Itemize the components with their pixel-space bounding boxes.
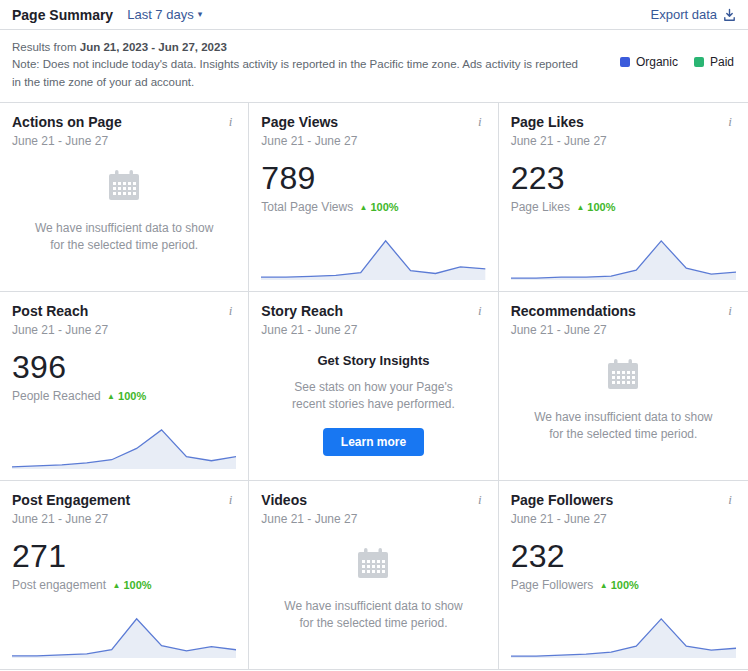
summary-grid: Actions on Page June 21 - June 27 We hav… bbox=[0, 102, 748, 670]
sparkline-chart bbox=[12, 424, 236, 469]
download-icon bbox=[723, 8, 736, 22]
metric-value: 232 bbox=[511, 538, 736, 575]
up-arrow-icon: ▲ bbox=[360, 203, 368, 212]
info-icon[interactable] bbox=[474, 303, 486, 318]
card-title: Post Engagement bbox=[12, 492, 130, 508]
card-header: Story Reach bbox=[261, 303, 485, 319]
card-date-range: June 21 - June 27 bbox=[12, 512, 236, 526]
metric-value: 223 bbox=[511, 160, 736, 197]
card-videos: Videos June 21 - June 27 We have insuffi… bbox=[249, 481, 498, 670]
organic-swatch bbox=[620, 57, 630, 67]
card-header: Actions on Page bbox=[12, 114, 236, 130]
metric-label-text: Page Followers bbox=[511, 578, 594, 592]
metric-label: Page Likes ▲ 100% bbox=[511, 200, 736, 214]
card-recommendations: Recommendations June 21 - June 27 We hav… bbox=[499, 292, 748, 481]
up-arrow-icon: ▲ bbox=[107, 392, 115, 401]
card-date-range: June 21 - June 27 bbox=[12, 323, 236, 337]
metric-delta: ▲ 100% bbox=[360, 201, 399, 213]
results-notebar: Results from Jun 21, 2023 - Jun 27, 2023… bbox=[0, 30, 748, 102]
empty-state-text: We have insufficient data to show for th… bbox=[30, 220, 218, 255]
export-data-link[interactable]: Export data bbox=[651, 7, 737, 22]
metric-value: 789 bbox=[261, 160, 485, 197]
metric-label: Page Followers ▲ 100% bbox=[511, 578, 736, 592]
card-title: Videos bbox=[261, 492, 307, 508]
sparkline-chart bbox=[12, 613, 236, 658]
delta-value: 100% bbox=[123, 579, 151, 591]
info-icon[interactable] bbox=[474, 492, 486, 507]
page-title: Page Summary bbox=[12, 7, 113, 23]
info-icon[interactable] bbox=[724, 303, 736, 318]
card-title: Recommendations bbox=[511, 303, 636, 319]
paid-swatch bbox=[694, 57, 704, 67]
up-arrow-icon: ▲ bbox=[600, 581, 608, 590]
card-header: Recommendations bbox=[511, 303, 736, 319]
empty-state: We have insufficient data to show for th… bbox=[261, 544, 485, 633]
results-range-line: Results from Jun 21, 2023 - Jun 27, 2023 bbox=[12, 39, 590, 56]
metric-delta: ▲ 100% bbox=[600, 579, 639, 591]
metric-label: Post engagement ▲ 100% bbox=[12, 578, 236, 592]
delta-value: 100% bbox=[611, 579, 639, 591]
sparkline-chart bbox=[511, 613, 736, 658]
info-icon[interactable] bbox=[225, 303, 237, 318]
sparkline-chart bbox=[261, 235, 485, 280]
card-date-range: June 21 - June 27 bbox=[261, 512, 485, 526]
card-title: Page Views bbox=[261, 114, 338, 130]
info-icon[interactable] bbox=[724, 114, 736, 129]
card-date-range: June 21 - June 27 bbox=[511, 134, 736, 148]
metric-delta: ▲ 100% bbox=[107, 390, 146, 402]
up-arrow-icon: ▲ bbox=[576, 203, 584, 212]
metric-label-text: Page Likes bbox=[511, 200, 570, 214]
results-note-body: Note: Does not include today's data. Ins… bbox=[12, 56, 590, 91]
export-data-label: Export data bbox=[651, 7, 718, 22]
page-insights-summary: Page Summary Last 7 days ▾ Export data R… bbox=[0, 0, 748, 670]
metric-delta: ▲ 100% bbox=[112, 579, 151, 591]
empty-state: We have insufficient data to show for th… bbox=[511, 355, 736, 444]
card-date-range: June 21 - June 27 bbox=[261, 323, 485, 337]
story-promo-title: Get Story Insights bbox=[261, 353, 485, 368]
story-promo: Get Story Insights See stats on how your… bbox=[261, 353, 485, 456]
info-icon[interactable] bbox=[724, 492, 736, 507]
metric-delta: ▲ 100% bbox=[576, 201, 615, 213]
calendar-icon bbox=[104, 166, 144, 206]
learn-more-button[interactable]: Learn more bbox=[323, 428, 424, 456]
card-header: Page Followers bbox=[511, 492, 736, 508]
date-range-dropdown[interactable]: Last 7 days ▾ bbox=[127, 7, 202, 22]
card-date-range: June 21 - June 27 bbox=[12, 134, 236, 148]
results-note: Results from Jun 21, 2023 - Jun 27, 2023… bbox=[12, 39, 590, 91]
delta-value: 100% bbox=[118, 390, 146, 402]
card-title: Actions on Page bbox=[12, 114, 122, 130]
info-icon[interactable] bbox=[225, 114, 237, 129]
legend-item-paid: Paid bbox=[694, 55, 734, 69]
empty-state-text: We have insufficient data to show for th… bbox=[529, 409, 718, 444]
info-icon[interactable] bbox=[474, 114, 486, 129]
card-actions-on-page: Actions on Page June 21 - June 27 We hav… bbox=[0, 103, 249, 292]
story-promo-text: See stats on how your Page's recent stor… bbox=[286, 379, 461, 414]
calendar-icon bbox=[603, 355, 643, 395]
card-post-engagement: Post Engagement June 21 - June 27 271 Po… bbox=[0, 481, 249, 670]
card-title: Post Reach bbox=[12, 303, 88, 319]
paid-label: Paid bbox=[710, 55, 734, 69]
legend-item-organic: Organic bbox=[620, 55, 678, 69]
empty-state-text: We have insufficient data to show for th… bbox=[279, 598, 467, 633]
sparkline-chart bbox=[511, 235, 736, 280]
card-header: Page Views bbox=[261, 114, 485, 130]
metric-label: Total Page Views ▲ 100% bbox=[261, 200, 485, 214]
caret-down-icon: ▾ bbox=[198, 10, 203, 19]
card-page-followers: Page Followers June 21 - June 27 232 Pag… bbox=[499, 481, 748, 670]
metric-value: 396 bbox=[12, 349, 236, 386]
card-title: Story Reach bbox=[261, 303, 343, 319]
card-header: Videos bbox=[261, 492, 485, 508]
organic-label: Organic bbox=[636, 55, 678, 69]
metric-value: 271 bbox=[12, 538, 236, 575]
card-date-range: June 21 - June 27 bbox=[511, 512, 736, 526]
card-story-reach: Story Reach June 21 - June 27 Get Story … bbox=[249, 292, 498, 481]
card-header: Post Reach bbox=[12, 303, 236, 319]
date-range-label: Last 7 days bbox=[127, 7, 194, 22]
delta-value: 100% bbox=[587, 201, 615, 213]
metric-label: People Reached ▲ 100% bbox=[12, 389, 236, 403]
card-post-reach: Post Reach June 21 - June 27 396 People … bbox=[0, 292, 249, 481]
card-title: Page Likes bbox=[511, 114, 584, 130]
card-header: Post Engagement bbox=[12, 492, 236, 508]
card-header: Page Likes bbox=[511, 114, 736, 130]
info-icon[interactable] bbox=[225, 492, 237, 507]
